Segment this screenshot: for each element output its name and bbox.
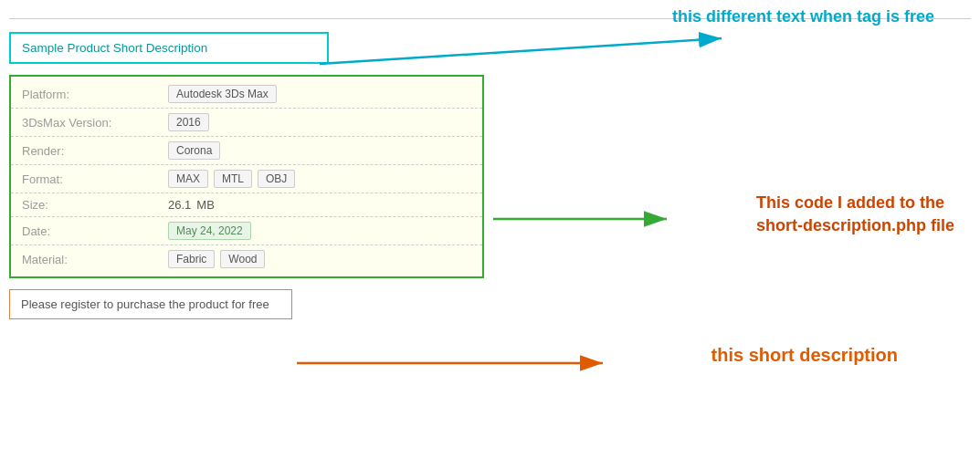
annotation-short-desc-text: this short description [711, 345, 898, 365]
detail-label-size: Size: [22, 198, 168, 212]
detail-value-size: 26.1 MB [168, 198, 215, 212]
svg-line-1 [320, 38, 722, 64]
page-wrapper: this different text when tag is free Sam… [0, 0, 980, 458]
material-badge-fabric: Fabric [168, 250, 215, 268]
detail-row-format: Format: MAX MTL OBJ [11, 165, 482, 193]
detail-row-material: Material: Fabric Wood [11, 245, 482, 273]
render-badge: Corona [168, 141, 220, 160]
short-description-text: Sample Product Short Description [22, 41, 207, 55]
annotation-top-text: this different text when tag is free [672, 7, 934, 26]
detail-value-date: May 24, 2022 [168, 222, 251, 240]
version-badge: 2016 [168, 113, 209, 131]
size-number: 26.1 [168, 198, 191, 212]
format-badge-max: MAX [168, 170, 208, 188]
detail-value-version: 2016 [168, 113, 209, 131]
free-registration-text: Please register to purchase the product … [21, 297, 269, 311]
detail-value-render: Corona [168, 141, 220, 160]
annotation-right: This code I added to the short-descripti… [756, 192, 954, 237]
detail-row-platform: Platform: Autodesk 3Ds Max [11, 80, 482, 109]
detail-row-render: Render: Corona [11, 137, 482, 165]
detail-label-date: Date: [22, 224, 168, 238]
detail-value-format: MAX MTL OBJ [168, 170, 295, 188]
annotation-right-line2: short-description.php file [756, 216, 954, 234]
detail-row-version: 3DsMax Version: 2016 [11, 109, 482, 137]
product-details-box: Platform: Autodesk 3Ds Max 3DsMax Versio… [9, 75, 484, 278]
detail-value-material: Fabric Wood [168, 250, 265, 268]
material-badge-wood: Wood [220, 250, 265, 268]
format-badge-obj: OBJ [258, 170, 295, 188]
detail-label-version: 3DsMax Version: [22, 116, 168, 130]
arrow-short-desc-svg [292, 349, 749, 386]
detail-row-date: Date: May 24, 2022 [11, 217, 482, 245]
size-unit: MB [196, 198, 215, 212]
detail-value-platform: Autodesk 3Ds Max [168, 85, 277, 103]
detail-label-platform: Platform: [22, 88, 168, 101]
free-registration-box: Please register to purchase the product … [9, 289, 292, 319]
detail-row-size: Size: 26.1 MB [11, 193, 482, 217]
detail-label-material: Material: [22, 253, 168, 266]
platform-badge: Autodesk 3Ds Max [168, 85, 277, 103]
annotation-right-line1: This code I added to the [756, 193, 944, 212]
detail-label-render: Render: [22, 144, 168, 158]
short-description-box: Sample Product Short Description [9, 32, 329, 64]
annotation-short-desc: this short description [711, 345, 898, 366]
format-badge-mtl: MTL [214, 170, 252, 188]
detail-label-format: Format: [22, 172, 168, 186]
date-badge: May 24, 2022 [168, 222, 251, 240]
annotation-top-container: this different text when tag is free [672, 7, 934, 26]
